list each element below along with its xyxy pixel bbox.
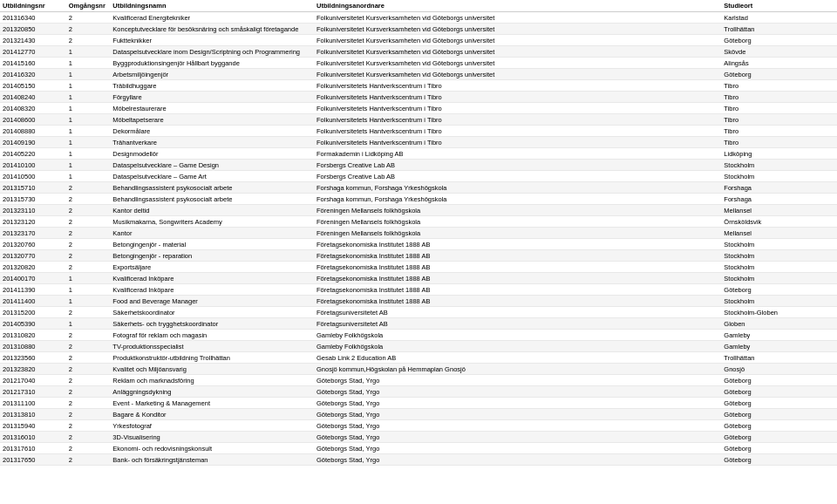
table-cell: Forsbergs Creative Lab AB (314, 171, 721, 182)
table-row: 2014105001Dataspelsutvecklare – Game Art… (0, 171, 837, 182)
table-cell: Tibro (721, 80, 837, 92)
table-cell: Stockholm (721, 239, 837, 250)
table-cell: 201323120 (0, 216, 66, 228)
table-cell: Folkuniversitetet Kursverksamheten vid G… (314, 24, 721, 35)
table-row: 2013138102Bagare & KonditorGöteborgs Sta… (0, 409, 837, 420)
table-row: 2013207702Betongingenjör - reparationFör… (0, 250, 837, 262)
table-row: 2013208202ExportsäljareFöretagsekonomisk… (0, 262, 837, 273)
table-cell: Möbeltapetserare (110, 114, 314, 126)
table-cell: 2 (66, 432, 111, 443)
table-cell: Göteborgs Stad, Yrgo (314, 420, 721, 432)
table-row: 2014127701Dataspelsutvecklare inom Desig… (0, 46, 837, 58)
table-row: 2012173102AnläggningsdykningGöteborgs St… (0, 386, 837, 398)
table-row: 2013231102Kantor deltidFöreningen Mellan… (0, 205, 837, 216)
table-cell: Folkuniversitetets Hantverkscentrum i Ti… (314, 137, 721, 148)
table-cell: 201310880 (0, 341, 66, 352)
table-row: 2013108802TV-produktionsspecialistGamleb… (0, 341, 837, 352)
table-cell: 1 (66, 46, 111, 58)
data-table: Utbildningsnr Omgångsnr Utbildningsnamn … (0, 0, 837, 466)
table-cell: 1 (66, 171, 111, 182)
table-cell: 1 (66, 114, 111, 126)
table-cell: 2 (66, 182, 111, 194)
table-cell: 1 (66, 103, 111, 114)
table-cell: 1 (66, 92, 111, 103)
table-cell: 201412770 (0, 46, 66, 58)
table-cell: Karlstad (721, 12, 837, 24)
table-cell: Föreningen Mellansels folkhögskola (314, 216, 721, 228)
table-row: 2013157102Behandlingsassistent psykosoci… (0, 182, 837, 194)
table-cell: 201315710 (0, 182, 66, 194)
table-cell: Göteborgs Stad, Yrgo (314, 454, 721, 466)
header-utbildningsnr: Utbildningsnr (0, 0, 66, 12)
table-cell: 201323110 (0, 205, 66, 216)
table-cell: 201323820 (0, 364, 66, 375)
table-cell: 201409190 (0, 137, 66, 148)
table-cell: 1 (66, 318, 111, 330)
table-row: 2013214302FuktteknikkerFolkuniversitetet… (0, 35, 837, 46)
table-cell: Företagsekonomiska Institutet 1888 AB (314, 284, 721, 296)
table-row: 2014082401FörgyllareFolkuniversitetets H… (0, 92, 837, 103)
table-row: 2013176102Ekonomi- och redovisningskonsu… (0, 443, 837, 454)
table-cell: Mellansel (721, 205, 837, 216)
table-cell: Tibro (721, 137, 837, 148)
table-cell: Fotograf för reklam och magasin (110, 330, 314, 341)
table-row: 2013157302Behandlingsassistent psykosoci… (0, 194, 837, 205)
table-cell: Göteborgs Stad, Yrgo (314, 375, 721, 386)
table-cell: 2 (66, 398, 111, 409)
table-row: 2013108202Fotograf för reklam och magasi… (0, 330, 837, 341)
table-cell: 1 (66, 126, 111, 137)
table-row: 2014086001MöbeltapetserareFolkuniversite… (0, 114, 837, 126)
table-cell: 201310820 (0, 330, 66, 341)
table-cell: Kvalificerad Inköpare (110, 284, 314, 296)
table-cell: Kantor deltid (110, 205, 314, 216)
table-cell: 1 (66, 160, 111, 171)
table-cell: Örnsköldsvik (721, 216, 837, 228)
table-header-row: Utbildningsnr Omgångsnr Utbildningsnamn … (0, 0, 837, 12)
table-cell: Göteborg (721, 284, 837, 296)
table-cell: 201315200 (0, 307, 66, 318)
table-cell: 201408240 (0, 92, 66, 103)
table-row: 20131601023D-VisualiseringGöteborgs Stad… (0, 432, 837, 443)
table-cell: Lidköping (721, 148, 837, 160)
table-cell: 2 (66, 24, 111, 35)
table-cell: 201315940 (0, 420, 66, 432)
table-row: 2013111002Event - Marketing & Management… (0, 398, 837, 409)
table-cell: 2 (66, 307, 111, 318)
table-row: 2014051501TräbildhuggareFolkuniversitete… (0, 80, 837, 92)
table-cell: 2 (66, 454, 111, 466)
table-cell: 2 (66, 364, 111, 375)
table-cell: Företagsuniversitetet AB (314, 307, 721, 318)
table-cell: 201408600 (0, 114, 66, 126)
table-cell: Gesab Link 2 Education AB (314, 352, 721, 364)
table-row: 2013152002SäkerhetskoordinatorFöretagsun… (0, 307, 837, 318)
table-cell: 1 (66, 80, 111, 92)
table-cell: Reklam och marknadsföring (110, 375, 314, 386)
table-cell: Kantor (110, 228, 314, 239)
table-cell: 201320770 (0, 250, 66, 262)
table-cell: 201320820 (0, 262, 66, 273)
table-row: 2014053901Säkerhets- och trygghetskoordi… (0, 318, 837, 330)
table-cell: Göteborgs Stad, Yrgo (314, 409, 721, 420)
table-cell: Stockholm (721, 262, 837, 273)
table-row: 2013208502Konceptutvecklare för besöksnä… (0, 24, 837, 35)
table-row: 2013231702KantorFöreningen Mellansels fo… (0, 228, 837, 239)
table-cell: 201313810 (0, 409, 66, 420)
table-cell: 2 (66, 262, 111, 273)
table-cell: Betongingenjör - reparation (110, 250, 314, 262)
table-cell: 201311100 (0, 398, 66, 409)
table-row: 2013176502Bank- och försäkringstjänstema… (0, 454, 837, 466)
table-cell: Förgyllare (110, 92, 314, 103)
table-cell: Föreningen Mellansels folkhögskola (314, 228, 721, 239)
table-cell: 201415160 (0, 58, 66, 69)
table-cell: Konceptutvecklare för besöksnäring och s… (110, 24, 314, 35)
table-cell: Göteborg (721, 375, 837, 386)
table-cell: Fuktteknikker (110, 35, 314, 46)
table-cell: 201323170 (0, 228, 66, 239)
table-cell: Behandlingsassistent psykosocialt arbete (110, 182, 314, 194)
header-utbildningsnamn: Utbildningsnamn (110, 0, 314, 12)
table-cell: Folkuniversitetets Hantverkscentrum i Ti… (314, 103, 721, 114)
table-row: 2014151601Byggproduktionsingenjör Hållba… (0, 58, 837, 69)
table-cell: Behandlingsassistent psykosocialt arbete (110, 194, 314, 205)
table-cell: Folkuniversitetet Kursverksamheten vid G… (314, 69, 721, 80)
table-cell: Göteborg (721, 454, 837, 466)
